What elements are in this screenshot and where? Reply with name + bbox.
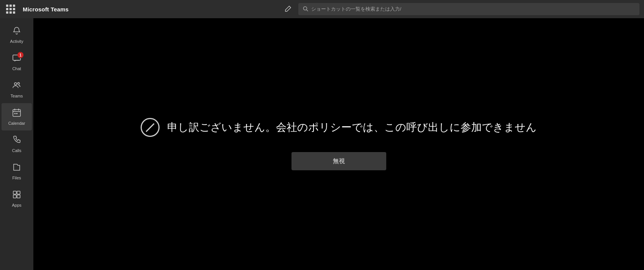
- search-icon: [303, 6, 308, 13]
- sidebar-item-chat[interactable]: 1 Chat: [2, 49, 32, 76]
- app-grid-icon[interactable]: [5, 3, 17, 15]
- dismiss-button-label: 無視: [333, 157, 345, 165]
- main-area: Activity 1 Chat Teams: [0, 18, 644, 270]
- error-message: 申し訳ございません。会社のポリシーでは、この呼び出しに参加できません: [141, 118, 537, 137]
- calls-icon: [12, 135, 21, 147]
- sidebar-item-activity[interactable]: Activity: [2, 21, 32, 49]
- chat-badge: 1: [17, 52, 24, 58]
- activity-icon: [12, 26, 21, 38]
- svg-rect-11: [13, 191, 16, 194]
- svg-rect-12: [17, 191, 20, 194]
- top-bar: Microsoft Teams ショートカットの一覧を検索または入力/: [0, 0, 644, 18]
- svg-rect-13: [13, 195, 16, 198]
- sidebar-item-chat-label: Chat: [12, 66, 21, 71]
- calendar-icon: [12, 108, 21, 119]
- files-icon: [12, 163, 21, 174]
- sidebar-item-files[interactable]: Files: [2, 158, 32, 185]
- error-text: 申し訳ございません。会社のポリシーでは、この呼び出しに参加できません: [167, 120, 537, 135]
- sidebar-item-apps-label: Apps: [12, 203, 21, 207]
- apps-icon: [12, 190, 21, 201]
- sidebar-item-teams-label: Teams: [11, 94, 23, 98]
- search-bar[interactable]: ショートカットの一覧を検索または入力/: [298, 3, 639, 15]
- chat-icon: 1: [12, 53, 21, 65]
- sidebar-item-teams[interactable]: Teams: [2, 76, 32, 103]
- svg-rect-10: [16, 113, 17, 114]
- dismiss-button[interactable]: 無視: [291, 152, 386, 170]
- sidebar-item-calendar-label: Calendar: [8, 121, 25, 126]
- svg-rect-9: [14, 113, 16, 114]
- sidebar-item-apps[interactable]: Apps: [2, 185, 32, 212]
- svg-rect-14: [17, 195, 20, 198]
- content-area: 申し訳ございません。会社のポリシーでは、この呼び出しに参加できません 無視: [33, 18, 644, 270]
- svg-line-1: [307, 9, 308, 11]
- error-icon: [141, 118, 160, 137]
- svg-point-4: [18, 83, 20, 85]
- sidebar-item-calendar[interactable]: Calendar: [2, 103, 32, 130]
- teams-icon: [12, 81, 21, 92]
- app-title: Microsoft Teams: [23, 6, 69, 13]
- compose-icon[interactable]: [283, 5, 292, 14]
- sidebar-item-calls[interactable]: Calls: [2, 130, 32, 158]
- search-placeholder: ショートカットの一覧を検索または入力/: [311, 6, 401, 13]
- svg-point-3: [14, 83, 17, 85]
- sidebar-item-calls-label: Calls: [12, 148, 21, 153]
- sidebar-item-files-label: Files: [12, 176, 21, 180]
- sidebar: Activity 1 Chat Teams: [0, 18, 33, 270]
- sidebar-item-activity-label: Activity: [10, 39, 24, 44]
